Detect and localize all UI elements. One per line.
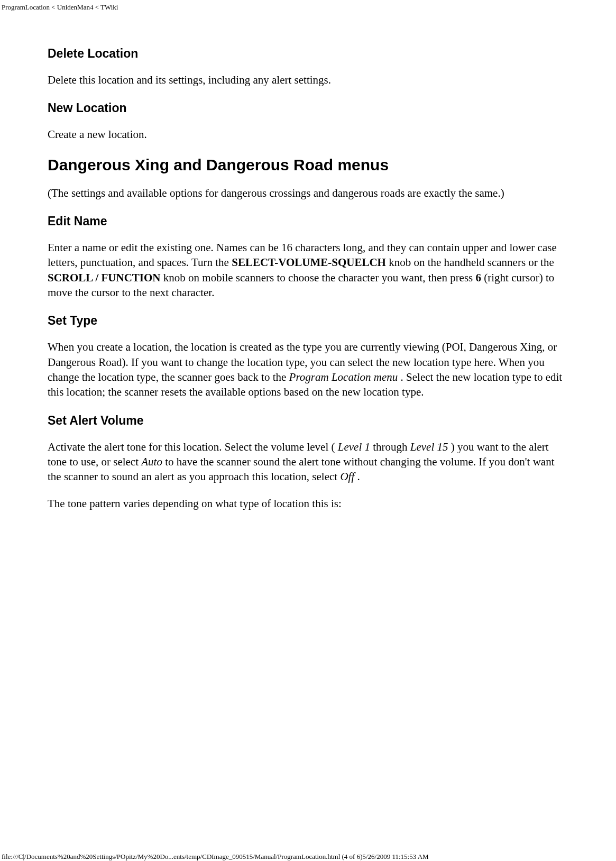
italic-off: Off bbox=[340, 470, 354, 483]
paragraph-set-type: When you create a location, the location… bbox=[48, 340, 568, 399]
paragraph-set-alert-volume-2: The tone pattern varies depending on wha… bbox=[48, 496, 568, 511]
text-fragment: knob on mobile scanners to choose the ch… bbox=[161, 271, 476, 284]
bold-scroll-function: SCROLL / FUNCTION bbox=[48, 271, 161, 284]
bold-select-volume-squelch: SELECT-VOLUME-SQUELCH bbox=[232, 256, 386, 269]
text-fragment: through bbox=[370, 441, 410, 453]
paragraph-new-location: Create a new location. bbox=[48, 127, 568, 142]
paragraph-delete-location: Delete this location and its settings, i… bbox=[48, 72, 568, 87]
text-fragment: knob on the handheld scanners or the bbox=[386, 256, 554, 269]
text-fragment: Activate the alert tone for this locatio… bbox=[48, 441, 338, 453]
heading-new-location: New Location bbox=[48, 101, 568, 115]
text-fragment: . bbox=[354, 470, 360, 483]
italic-level-15: Level 15 bbox=[410, 441, 448, 453]
italic-level-1: Level 1 bbox=[338, 441, 370, 453]
italic-program-location-menu: Program Location menu bbox=[289, 371, 398, 383]
page-header: ProgramLocation < UnidenMan4 < TWiki bbox=[0, 0, 616, 12]
heading-set-type: Set Type bbox=[48, 314, 568, 328]
bold-key-6: 6 bbox=[476, 271, 482, 284]
paragraph-set-alert-volume-1: Activate the alert tone for this locatio… bbox=[48, 439, 568, 484]
italic-auto: Auto bbox=[141, 455, 162, 468]
paragraph-edit-name: Enter a name or edit the existing one. N… bbox=[48, 240, 568, 300]
breadcrumb: ProgramLocation < UnidenMan4 < TWiki bbox=[2, 3, 118, 11]
heading-set-alert-volume: Set Alert Volume bbox=[48, 414, 568, 428]
heading-edit-name: Edit Name bbox=[48, 214, 568, 228]
heading-dangerous-menus: Dangerous Xing and Dangerous Road menus bbox=[48, 156, 568, 174]
paragraph-dangerous-intro: (The settings and available options for … bbox=[48, 186, 568, 200]
heading-delete-location: Delete Location bbox=[48, 47, 568, 61]
main-content: Delete Location Delete this location and… bbox=[0, 12, 616, 533]
